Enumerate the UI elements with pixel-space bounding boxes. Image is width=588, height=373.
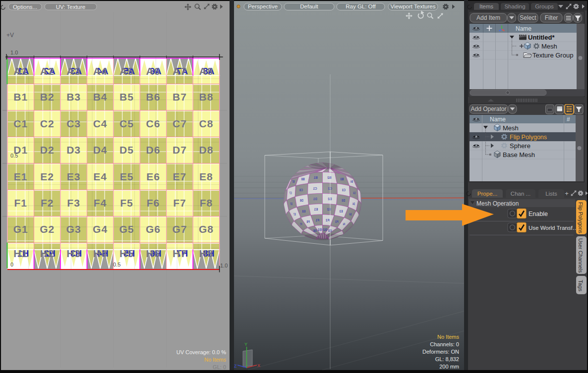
svg-text:H6: H6 xyxy=(146,248,161,259)
svg-text:Shading: Shading xyxy=(504,3,525,9)
svg-text:D5: D5 xyxy=(119,144,134,156)
svg-text:H4: H4 xyxy=(93,248,108,259)
svg-text:C5: C5 xyxy=(119,118,134,129)
svg-text:C6: C6 xyxy=(146,118,161,129)
svg-text:1.0: 1.0 xyxy=(10,50,18,55)
svg-text:#: # xyxy=(567,116,570,123)
svg-text:Name: Name xyxy=(516,25,531,32)
svg-text:No Items: No Items xyxy=(204,357,227,363)
svg-text:H1: H1 xyxy=(13,248,28,259)
svg-text:D2: D2 xyxy=(40,144,55,156)
svg-text:Ray GL: Off: Ray GL: Off xyxy=(346,3,376,9)
svg-text:B4: B4 xyxy=(93,91,108,103)
svg-text:GL: 0: GL: 0 xyxy=(213,364,226,370)
svg-text:H8: H8 xyxy=(199,248,213,259)
svg-text:G3: G3 xyxy=(66,223,81,235)
svg-text:C7: C7 xyxy=(173,118,187,129)
svg-text:G5: G5 xyxy=(119,223,134,235)
svg-text:Items: Items xyxy=(479,3,493,9)
svg-text:Z: Z xyxy=(234,364,237,369)
svg-text:Deformers: ON: Deformers: ON xyxy=(422,349,459,355)
svg-text:B1: B1 xyxy=(13,91,28,103)
svg-text:Sphere: Sphere xyxy=(510,142,530,150)
svg-text:H2: H2 xyxy=(40,248,55,259)
svg-text:+: + xyxy=(565,190,569,197)
svg-text:A3: A3 xyxy=(66,65,81,77)
svg-text:F4: F4 xyxy=(94,197,107,209)
svg-text:D8: D8 xyxy=(199,144,213,156)
svg-text:E7: E7 xyxy=(173,171,187,182)
svg-text:F6: F6 xyxy=(147,197,160,209)
svg-text:Y: Y xyxy=(244,342,247,347)
svg-text:H5: H5 xyxy=(119,248,134,259)
svg-text:E3: E3 xyxy=(67,171,81,182)
svg-text:B6: B6 xyxy=(146,91,161,103)
svg-text:User Channels: User Channels xyxy=(578,238,584,272)
svg-text:E8: E8 xyxy=(199,171,213,182)
svg-text:Flip Polygons: Flip Polygons xyxy=(578,202,584,233)
svg-text:Add Operator: Add Operator xyxy=(470,106,506,112)
svg-text:Use World Transf…: Use World Transf… xyxy=(529,225,578,231)
svg-text:A4: A4 xyxy=(93,65,108,77)
svg-text:C3: C3 xyxy=(66,118,81,129)
svg-text:B8: B8 xyxy=(199,91,213,103)
svg-text:Base Mesh: Base Mesh xyxy=(503,151,535,159)
svg-text:Untitled*: Untitled* xyxy=(528,34,555,41)
svg-text:H3: H3 xyxy=(66,248,81,259)
svg-text:F3: F3 xyxy=(67,197,80,209)
svg-text:G8: G8 xyxy=(199,223,214,235)
svg-text:H7: H7 xyxy=(173,248,187,259)
svg-text:E1: E1 xyxy=(14,171,28,182)
svg-text:E5: E5 xyxy=(120,171,134,182)
svg-text:Perspective: Perspective xyxy=(248,3,278,9)
svg-text:G7: G7 xyxy=(172,223,187,235)
svg-text:D7: D7 xyxy=(173,144,187,156)
svg-text:1.0: 1.0 xyxy=(220,263,228,268)
svg-text:A1: A1 xyxy=(13,65,28,77)
svg-text:G2: G2 xyxy=(40,223,55,235)
svg-text:C4: C4 xyxy=(93,118,108,129)
svg-text:Chan ...: Chan ... xyxy=(511,191,530,197)
svg-text:Mesh Operation: Mesh Operation xyxy=(476,200,519,207)
svg-text:D6: D6 xyxy=(146,144,161,156)
svg-text:Tags: Tags xyxy=(578,280,584,292)
svg-text:Enable: Enable xyxy=(529,211,548,217)
svg-text:Channels: 0: Channels: 0 xyxy=(430,341,459,347)
svg-text:D3: D3 xyxy=(66,144,81,156)
svg-text:C2: C2 xyxy=(40,118,55,129)
svg-text:C1: C1 xyxy=(13,118,28,129)
svg-text:Default: Default xyxy=(300,3,318,9)
svg-text:A5: A5 xyxy=(119,65,134,77)
svg-text:X: X xyxy=(257,363,260,368)
svg-text:G1: G1 xyxy=(13,223,28,235)
svg-text:Options...: Options... xyxy=(13,4,37,10)
svg-text:A7: A7 xyxy=(173,65,187,77)
svg-text:0: 0 xyxy=(10,262,13,267)
svg-text:A6: A6 xyxy=(146,65,161,77)
svg-text:G4: G4 xyxy=(93,223,108,235)
svg-text:G6: G6 xyxy=(146,223,161,235)
svg-text:Name: Name xyxy=(490,116,506,123)
svg-text:Mesh: Mesh xyxy=(541,43,557,50)
svg-text:F2: F2 xyxy=(41,197,54,209)
svg-text:Viewport Textures: Viewport Textures xyxy=(391,3,436,9)
svg-text:Filter: Filter xyxy=(545,14,558,21)
svg-text:Groups: Groups xyxy=(535,3,554,9)
svg-text:200 mm: 200 mm xyxy=(439,364,459,370)
svg-text:No Items: No Items xyxy=(437,334,460,340)
svg-text:E4: E4 xyxy=(93,171,107,182)
svg-text:E2: E2 xyxy=(40,171,54,182)
svg-text:Select: Select xyxy=(520,14,536,21)
svg-text:E6: E6 xyxy=(146,171,160,182)
svg-text:UV Coverage: 0.0 %: UV Coverage: 0.0 % xyxy=(176,349,226,355)
svg-text:B5: B5 xyxy=(119,91,134,103)
svg-text:Lists: Lists xyxy=(545,191,557,197)
svg-text:F7: F7 xyxy=(173,197,186,209)
svg-text:0.5: 0.5 xyxy=(10,153,18,159)
svg-text:UV: Texture: UV: Texture xyxy=(56,4,85,10)
svg-text:GL: 8,832: GL: 8,832 xyxy=(435,356,459,362)
svg-text:Flip Polygons: Flip Polygons xyxy=(510,134,547,141)
svg-text:D4: D4 xyxy=(93,144,108,156)
svg-text:Add Item: Add Item xyxy=(476,14,500,21)
svg-text:F5: F5 xyxy=(120,197,133,209)
